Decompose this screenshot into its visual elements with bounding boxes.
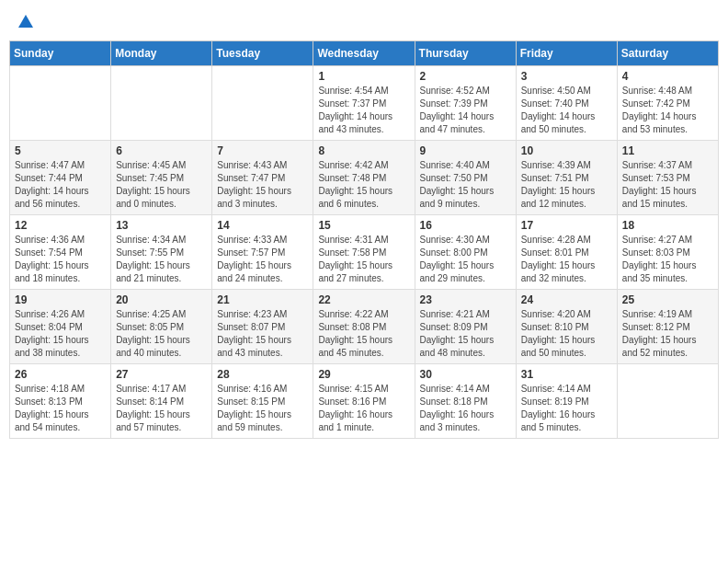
day-number: 30 <box>420 368 511 381</box>
day-cell <box>10 66 111 141</box>
day-number: 24 <box>521 293 612 306</box>
day-cell: 31Sunrise: 4:14 AM Sunset: 8:19 PM Dayli… <box>516 364 617 439</box>
day-cell: 17Sunrise: 4:28 AM Sunset: 8:01 PM Dayli… <box>516 215 617 290</box>
day-cell: 4Sunrise: 4:48 AM Sunset: 7:42 PM Daylig… <box>617 66 718 141</box>
day-info: Sunrise: 4:19 AM Sunset: 8:12 PM Dayligh… <box>622 308 713 360</box>
day-number: 6 <box>116 144 207 157</box>
day-number: 8 <box>318 144 409 157</box>
day-cell: 18Sunrise: 4:27 AM Sunset: 8:03 PM Dayli… <box>617 215 718 290</box>
day-info: Sunrise: 4:15 AM Sunset: 8:16 PM Dayligh… <box>318 383 409 434</box>
column-header-wednesday: Wednesday <box>313 41 415 66</box>
day-info: Sunrise: 4:40 AM Sunset: 7:50 PM Dayligh… <box>420 159 511 211</box>
day-info: Sunrise: 4:43 AM Sunset: 7:47 PM Dayligh… <box>217 159 308 211</box>
day-number: 25 <box>622 293 713 306</box>
day-cell: 23Sunrise: 4:21 AM Sunset: 8:09 PM Dayli… <box>415 290 516 364</box>
day-info: Sunrise: 4:28 AM Sunset: 8:01 PM Dayligh… <box>521 234 612 285</box>
day-info: Sunrise: 4:16 AM Sunset: 8:15 PM Dayligh… <box>217 383 308 434</box>
day-cell <box>617 364 718 439</box>
day-info: Sunrise: 4:17 AM Sunset: 8:14 PM Dayligh… <box>116 383 207 434</box>
day-number: 10 <box>521 144 612 157</box>
day-cell: 22Sunrise: 4:22 AM Sunset: 8:08 PM Dayli… <box>313 290 415 364</box>
day-cell: 20Sunrise: 4:25 AM Sunset: 8:05 PM Dayli… <box>111 290 212 364</box>
day-cell: 7Sunrise: 4:43 AM Sunset: 7:47 PM Daylig… <box>212 141 313 215</box>
day-number: 5 <box>15 144 106 157</box>
day-number: 21 <box>217 293 308 306</box>
day-cell: 12Sunrise: 4:36 AM Sunset: 7:54 PM Dayli… <box>10 215 111 290</box>
day-info: Sunrise: 4:36 AM Sunset: 7:54 PM Dayligh… <box>15 234 106 285</box>
week-row-4: 19Sunrise: 4:26 AM Sunset: 8:04 PM Dayli… <box>10 290 719 364</box>
day-number: 9 <box>420 144 511 157</box>
day-info: Sunrise: 4:34 AM Sunset: 7:55 PM Dayligh… <box>116 234 207 285</box>
page-header <box>9 9 719 33</box>
day-cell: 16Sunrise: 4:30 AM Sunset: 8:00 PM Dayli… <box>415 215 516 290</box>
column-header-thursday: Thursday <box>415 41 516 66</box>
day-cell: 19Sunrise: 4:26 AM Sunset: 8:04 PM Dayli… <box>10 290 111 364</box>
week-row-3: 12Sunrise: 4:36 AM Sunset: 7:54 PM Dayli… <box>10 215 719 290</box>
day-info: Sunrise: 4:22 AM Sunset: 8:08 PM Dayligh… <box>318 308 409 360</box>
column-header-monday: Monday <box>111 41 212 66</box>
day-info: Sunrise: 4:42 AM Sunset: 7:48 PM Dayligh… <box>318 159 409 211</box>
day-cell: 9Sunrise: 4:40 AM Sunset: 7:50 PM Daylig… <box>415 141 516 215</box>
week-row-5: 26Sunrise: 4:18 AM Sunset: 8:13 PM Dayli… <box>10 364 719 439</box>
day-number: 26 <box>15 368 106 381</box>
calendar-table: SundayMondayTuesdayWednesdayThursdayFrid… <box>9 40 719 439</box>
day-number: 27 <box>116 368 207 381</box>
day-info: Sunrise: 4:39 AM Sunset: 7:51 PM Dayligh… <box>521 159 612 211</box>
day-number: 15 <box>318 219 409 232</box>
day-info: Sunrise: 4:33 AM Sunset: 7:57 PM Dayligh… <box>217 234 308 285</box>
day-cell: 8Sunrise: 4:42 AM Sunset: 7:48 PM Daylig… <box>313 141 415 215</box>
week-row-2: 5Sunrise: 4:47 AM Sunset: 7:44 PM Daylig… <box>10 141 719 215</box>
day-info: Sunrise: 4:54 AM Sunset: 7:37 PM Dayligh… <box>318 85 409 136</box>
day-cell <box>212 66 313 141</box>
day-info: Sunrise: 4:30 AM Sunset: 8:00 PM Dayligh… <box>420 234 511 285</box>
day-info: Sunrise: 4:27 AM Sunset: 8:03 PM Dayligh… <box>622 234 713 285</box>
day-number: 1 <box>318 70 409 83</box>
day-number: 19 <box>15 293 106 306</box>
column-header-sunday: Sunday <box>10 41 111 66</box>
day-cell: 26Sunrise: 4:18 AM Sunset: 8:13 PM Dayli… <box>10 364 111 439</box>
day-number: 17 <box>521 219 612 232</box>
day-number: 29 <box>318 368 409 381</box>
day-cell: 10Sunrise: 4:39 AM Sunset: 7:51 PM Dayli… <box>516 141 617 215</box>
day-cell: 1Sunrise: 4:54 AM Sunset: 7:37 PM Daylig… <box>313 66 415 141</box>
day-cell: 15Sunrise: 4:31 AM Sunset: 7:58 PM Dayli… <box>313 215 415 290</box>
svg-marker-0 <box>18 15 33 28</box>
day-cell: 13Sunrise: 4:34 AM Sunset: 7:55 PM Dayli… <box>111 215 212 290</box>
day-info: Sunrise: 4:31 AM Sunset: 7:58 PM Dayligh… <box>318 234 409 285</box>
day-number: 14 <box>217 219 308 232</box>
week-row-1: 1Sunrise: 4:54 AM Sunset: 7:37 PM Daylig… <box>10 66 719 141</box>
day-number: 18 <box>622 219 713 232</box>
day-info: Sunrise: 4:37 AM Sunset: 7:53 PM Dayligh… <box>622 159 713 211</box>
header-row: SundayMondayTuesdayWednesdayThursdayFrid… <box>10 41 719 66</box>
day-info: Sunrise: 4:21 AM Sunset: 8:09 PM Dayligh… <box>420 308 511 360</box>
day-info: Sunrise: 4:26 AM Sunset: 8:04 PM Dayligh… <box>15 308 106 360</box>
day-cell: 6Sunrise: 4:45 AM Sunset: 7:45 PM Daylig… <box>111 141 212 215</box>
day-cell: 3Sunrise: 4:50 AM Sunset: 7:40 PM Daylig… <box>516 66 617 141</box>
day-info: Sunrise: 4:14 AM Sunset: 8:18 PM Dayligh… <box>420 383 511 434</box>
day-cell: 28Sunrise: 4:16 AM Sunset: 8:15 PM Dayli… <box>212 364 313 439</box>
day-info: Sunrise: 4:48 AM Sunset: 7:42 PM Dayligh… <box>622 85 713 136</box>
day-info: Sunrise: 4:45 AM Sunset: 7:45 PM Dayligh… <box>116 159 207 211</box>
logo-triangle-icon <box>17 13 34 33</box>
logo <box>17 13 34 29</box>
day-cell: 29Sunrise: 4:15 AM Sunset: 8:16 PM Dayli… <box>313 364 415 439</box>
day-info: Sunrise: 4:25 AM Sunset: 8:05 PM Dayligh… <box>116 308 207 360</box>
day-cell: 30Sunrise: 4:14 AM Sunset: 8:18 PM Dayli… <box>415 364 516 439</box>
day-cell: 5Sunrise: 4:47 AM Sunset: 7:44 PM Daylig… <box>10 141 111 215</box>
day-number: 16 <box>420 219 511 232</box>
day-number: 13 <box>116 219 207 232</box>
day-number: 20 <box>116 293 207 306</box>
day-info: Sunrise: 4:47 AM Sunset: 7:44 PM Dayligh… <box>15 159 106 211</box>
column-header-friday: Friday <box>516 41 617 66</box>
day-number: 31 <box>521 368 612 381</box>
day-cell: 2Sunrise: 4:52 AM Sunset: 7:39 PM Daylig… <box>415 66 516 141</box>
day-info: Sunrise: 4:14 AM Sunset: 8:19 PM Dayligh… <box>521 383 612 434</box>
day-number: 2 <box>420 70 511 83</box>
day-cell: 24Sunrise: 4:20 AM Sunset: 8:10 PM Dayli… <box>516 290 617 364</box>
day-number: 22 <box>318 293 409 306</box>
day-number: 3 <box>521 70 612 83</box>
day-cell: 14Sunrise: 4:33 AM Sunset: 7:57 PM Dayli… <box>212 215 313 290</box>
column-header-saturday: Saturday <box>617 41 718 66</box>
day-cell <box>111 66 212 141</box>
day-info: Sunrise: 4:52 AM Sunset: 7:39 PM Dayligh… <box>420 85 511 136</box>
